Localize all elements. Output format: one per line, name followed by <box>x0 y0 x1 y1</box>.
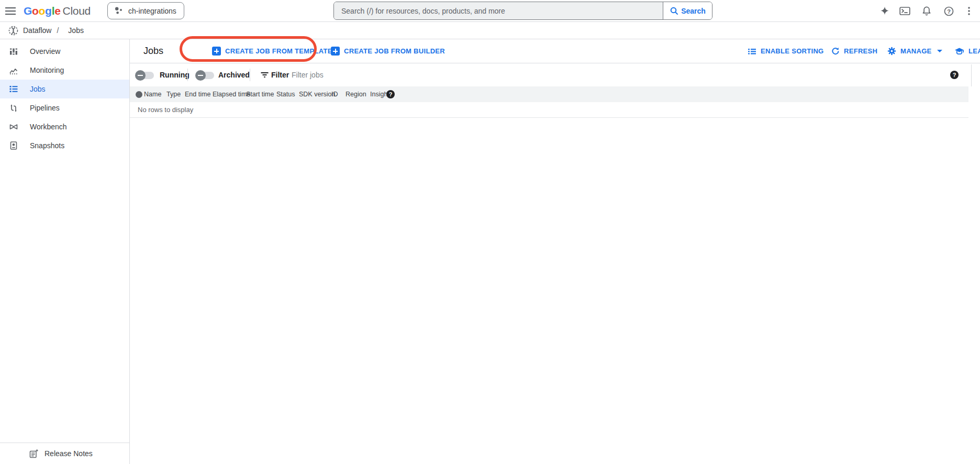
learn-label: LEARN <box>968 47 980 55</box>
refresh-icon <box>831 47 840 56</box>
status-dot-icon <box>136 91 142 98</box>
column-header-status[interactable]: Status <box>276 86 295 102</box>
plus-icon <box>212 47 221 56</box>
page-title: Jobs <box>143 39 163 63</box>
workbench-icon <box>8 123 19 131</box>
divider <box>187 69 188 81</box>
release-notes-icon <box>29 449 39 459</box>
logo-letter: o <box>39 5 46 17</box>
learn-button[interactable]: LEARN <box>954 39 980 63</box>
notifications-bell-icon[interactable] <box>921 5 932 17</box>
sidebar-item-pipelines[interactable]: Pipelines <box>0 98 129 117</box>
sidebar-nav: Overview Monitoring <box>0 39 130 464</box>
breadcrumb-separator: / <box>57 26 59 35</box>
plus-icon <box>331 47 340 56</box>
empty-table-message: No rows to display <box>138 102 193 118</box>
snapshots-icon <box>8 141 19 150</box>
sidebar-item-jobs[interactable]: Jobs <box>0 80 129 98</box>
search-button-label: Search <box>681 7 706 15</box>
column-header-end-time[interactable]: End time <box>185 86 210 102</box>
column-header-elapsed-time[interactable]: Elapsed time <box>213 86 250 102</box>
search-button[interactable]: Search <box>663 2 712 19</box>
help-icon[interactable]: ? <box>943 5 954 17</box>
create-job-from-builder-label: CREATE JOB FROM BUILDER <box>344 47 445 55</box>
archived-toggle[interactable] <box>196 72 214 79</box>
global-search-bar: Search <box>333 2 712 20</box>
column-header-start-time[interactable]: Start time <box>246 86 274 102</box>
pipelines-icon <box>8 104 19 113</box>
divider <box>250 69 250 81</box>
google-cloud-logo[interactable]: GoogleCloud <box>24 5 91 17</box>
breadcrumb: Dataflow / Jobs <box>0 22 980 39</box>
sidebar-item-label: Overview <box>30 47 60 56</box>
sidebar-item-overview[interactable]: Overview <box>0 42 129 61</box>
project-selector[interactable]: ch-integrations <box>107 2 184 19</box>
enable-sorting-label: ENABLE SORTING <box>761 47 823 55</box>
more-vert-icon[interactable] <box>963 5 975 17</box>
monitoring-icon <box>8 66 19 75</box>
breadcrumb-current: Jobs <box>68 26 84 35</box>
logo-cloud-text: Cloud <box>63 5 91 17</box>
logo-letter: e <box>54 5 60 17</box>
sidebar-item-monitoring[interactable]: Monitoring <box>0 61 129 80</box>
manage-label: MANAGE <box>900 47 932 55</box>
top-app-bar: GoogleCloud ch-integrations Search <box>0 0 980 22</box>
project-icon <box>114 6 123 15</box>
sidebar-item-label: Pipelines <box>30 104 60 112</box>
sort-list-icon <box>748 47 756 56</box>
column-header-sdk-version[interactable]: SDK version <box>299 86 335 102</box>
jobs-table-header: Name Type End time Elapsed time Start ti… <box>130 86 968 102</box>
project-name: ch-integrations <box>128 7 176 15</box>
sidebar-item-release-notes[interactable]: Release Notes <box>0 443 129 464</box>
main-menu-icon[interactable] <box>5 6 16 16</box>
search-input-area <box>334 2 663 19</box>
toggle-knob-icon <box>135 70 146 81</box>
divider <box>971 64 972 86</box>
sidebar-item-label: Snapshots <box>30 141 64 150</box>
search-icon <box>670 6 679 16</box>
create-job-from-builder-button[interactable]: CREATE JOB FROM BUILDER <box>331 39 445 63</box>
gear-icon <box>887 47 896 56</box>
sidebar-item-snapshots[interactable]: Snapshots <box>0 136 129 155</box>
sidebar-item-label: Monitoring <box>30 66 64 74</box>
create-job-from-template-label: CREATE JOB FROM TEMPLATE <box>225 47 332 55</box>
refresh-label: REFRESH <box>844 47 877 55</box>
filter-jobs-input[interactable] <box>292 67 658 83</box>
page-header: Jobs CREATE JOB FROM TEMPLATE CREATE JOB… <box>130 39 980 63</box>
empty-table-row: No rows to display <box>130 102 968 118</box>
column-header-type[interactable]: Type <box>166 86 181 102</box>
sidebar-item-label: Jobs <box>30 85 46 93</box>
sidebar-item-workbench[interactable]: Workbench <box>0 117 129 136</box>
create-job-from-template-button[interactable]: CREATE JOB FROM TEMPLATE <box>212 39 332 63</box>
toggle-knob-icon <box>195 70 206 81</box>
column-header-region[interactable]: Region <box>346 86 366 102</box>
graduation-cap-icon <box>954 47 964 56</box>
filter-icon <box>260 71 269 79</box>
running-toggle-label: Running <box>160 63 190 86</box>
logo-letter: g <box>45 5 52 17</box>
sidebar-item-label: Workbench <box>30 123 67 131</box>
running-toggle[interactable] <box>136 72 154 79</box>
column-header-id[interactable]: ID <box>331 86 338 102</box>
filter-help-icon[interactable]: ? <box>950 71 959 79</box>
enable-sorting-button[interactable]: ENABLE SORTING <box>748 39 823 63</box>
gemini-sparkle-icon[interactable] <box>879 5 890 17</box>
chevron-down-icon <box>937 50 942 52</box>
column-header-name[interactable]: Name <box>144 86 161 102</box>
sidebar-footer-label: Release Notes <box>44 449 93 458</box>
filter-label: Filter <box>271 63 289 86</box>
search-input[interactable] <box>334 7 663 15</box>
refresh-button[interactable]: REFRESH <box>831 39 877 63</box>
logo-letter: G <box>24 5 32 17</box>
overview-icon <box>8 47 19 56</box>
jobs-list-icon <box>8 85 19 93</box>
cloud-shell-icon[interactable] <box>899 5 910 17</box>
logo-letter: o <box>32 5 39 17</box>
breadcrumb-product[interactable]: Dataflow <box>23 26 51 35</box>
filter-toolbar: Running Archived Filter ? <box>130 63 980 86</box>
svg-text:?: ? <box>947 8 951 14</box>
insights-help-icon[interactable]: ? <box>386 90 395 98</box>
archived-toggle-label: Archived <box>218 63 250 86</box>
dataflow-icon <box>8 25 19 36</box>
manage-button[interactable]: MANAGE <box>887 39 942 63</box>
